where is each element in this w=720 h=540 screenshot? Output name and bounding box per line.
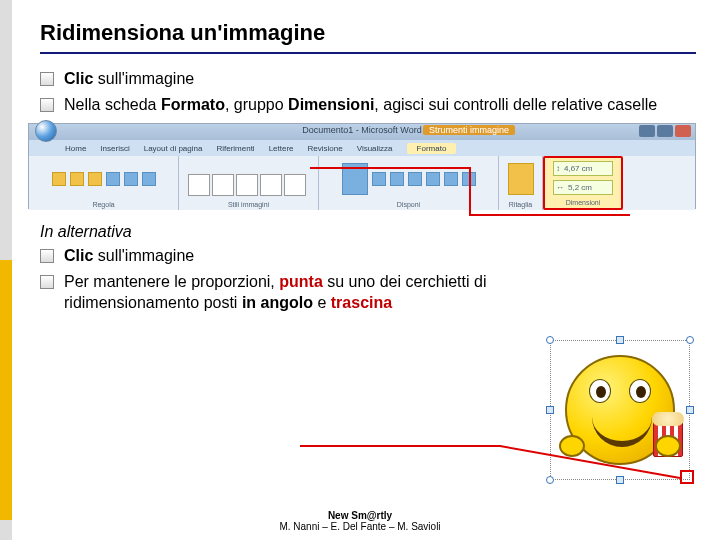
brightness-button[interactable] xyxy=(52,172,66,186)
rotate-button[interactable] xyxy=(462,172,476,186)
resize-handle-bl[interactable] xyxy=(546,476,554,484)
tab-review[interactable]: Revisione xyxy=(308,144,343,153)
alternative-heading: In alternativa xyxy=(40,223,696,241)
resize-handle-l[interactable] xyxy=(546,406,554,414)
resize-handle-br-highlighted[interactable] xyxy=(680,470,694,484)
group-stili: Stili immagini xyxy=(179,156,319,210)
send-back-button[interactable] xyxy=(390,172,404,186)
resize-handle-t[interactable] xyxy=(616,336,624,344)
smiley-image xyxy=(565,355,675,465)
bullet-marker xyxy=(40,72,54,86)
window-buttons[interactable] xyxy=(639,125,691,137)
bullet-bottom-2: Per mantenere le proporzioni, punta su u… xyxy=(40,271,540,314)
bullet-top-2: Nella scheda Formato, gruppo Dimensioni,… xyxy=(40,94,696,116)
change-image-button[interactable] xyxy=(124,172,138,186)
crop-button[interactable] xyxy=(508,163,534,195)
word-ribbon: Documento1 - Microsoft Word Strumenti im… xyxy=(28,123,696,209)
reset-image-button[interactable] xyxy=(142,172,156,186)
bullet-top-1: Clic sull'immagine xyxy=(40,68,696,90)
group-ritaglia: Ritaglia xyxy=(499,156,543,210)
ribbon-tabs: Home Inserisci Layout di pagina Riferime… xyxy=(29,140,695,156)
tab-layout[interactable]: Layout di pagina xyxy=(144,144,203,153)
width-input[interactable]: ↔ 5,2 cm xyxy=(553,180,613,195)
slide-footer: New Sm@rtly M. Nanni – E. Del Fante – M.… xyxy=(0,510,720,532)
resize-handle-tr[interactable] xyxy=(686,336,694,344)
text-wrap-button[interactable] xyxy=(408,172,422,186)
contextual-tab-label: Strumenti immagine xyxy=(423,125,515,135)
slide-sidebar-accent xyxy=(0,260,12,520)
height-input[interactable]: ↕ 4,67 cm xyxy=(553,161,613,176)
align-button[interactable] xyxy=(426,172,440,186)
tab-home[interactable]: Home xyxy=(65,144,86,153)
recolor-button[interactable] xyxy=(88,172,102,186)
office-button[interactable] xyxy=(35,120,57,142)
title-underline xyxy=(40,52,696,54)
group-disponi: Disponi xyxy=(319,156,499,210)
selected-image[interactable] xyxy=(550,340,690,480)
group-regola: Regola xyxy=(29,156,179,210)
tab-mailings[interactable]: Lettere xyxy=(269,144,294,153)
resize-handle-r[interactable] xyxy=(686,406,694,414)
tab-format[interactable]: Formato xyxy=(407,143,457,154)
picture-styles-gallery[interactable] xyxy=(185,171,312,199)
group-dimensioni: ↕ 4,67 cm ↔ 5,2 cm Dimensioni xyxy=(543,156,623,210)
tab-insert[interactable]: Inserisci xyxy=(100,144,129,153)
tab-view[interactable]: Visualizza xyxy=(357,144,393,153)
bullet-marker xyxy=(40,275,54,289)
resize-handle-tl[interactable] xyxy=(546,336,554,344)
tab-references[interactable]: Riferimenti xyxy=(216,144,254,153)
bring-front-button[interactable] xyxy=(372,172,386,186)
contrast-button[interactable] xyxy=(70,172,84,186)
position-button[interactable] xyxy=(342,163,368,195)
document-title: Documento1 - Microsoft Word xyxy=(302,125,421,135)
group-button[interactable] xyxy=(444,172,458,186)
compress-button[interactable] xyxy=(106,172,120,186)
bullet-marker xyxy=(40,249,54,263)
slide-title: Ridimensiona un'immagine xyxy=(40,20,696,46)
bullet-marker xyxy=(40,98,54,112)
bullet-bottom-1: Clic sull'immagine xyxy=(40,245,696,267)
resize-handle-b[interactable] xyxy=(616,476,624,484)
